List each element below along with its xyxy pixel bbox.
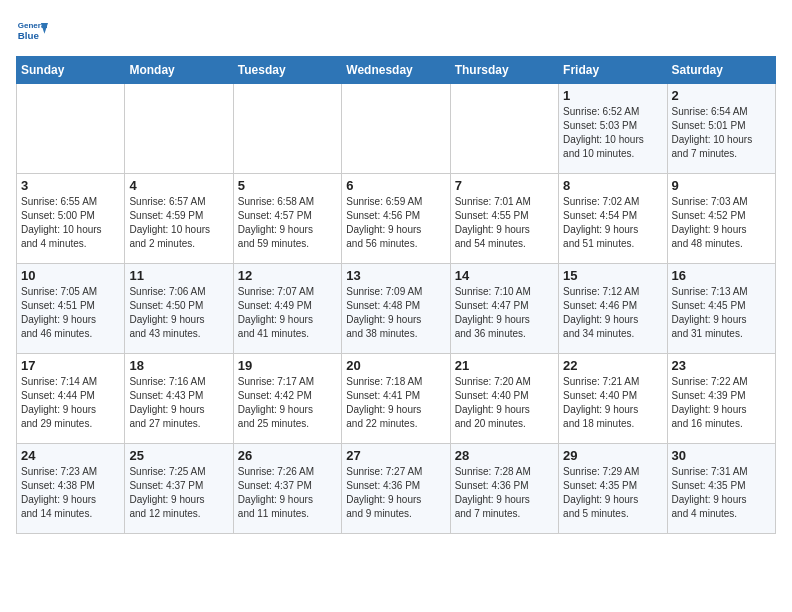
logo-icon: General Blue: [16, 16, 48, 48]
calendar-week: 1Sunrise: 6:52 AM Sunset: 5:03 PM Daylig…: [17, 84, 776, 174]
day-info: Sunrise: 6:59 AM Sunset: 4:56 PM Dayligh…: [346, 195, 445, 251]
day-info: Sunrise: 7:17 AM Sunset: 4:42 PM Dayligh…: [238, 375, 337, 431]
calendar-cell: [125, 84, 233, 174]
day-info: Sunrise: 7:09 AM Sunset: 4:48 PM Dayligh…: [346, 285, 445, 341]
calendar-cell: 21Sunrise: 7:20 AM Sunset: 4:40 PM Dayli…: [450, 354, 558, 444]
svg-text:Blue: Blue: [18, 30, 40, 41]
calendar-cell: 17Sunrise: 7:14 AM Sunset: 4:44 PM Dayli…: [17, 354, 125, 444]
day-number: 6: [346, 178, 445, 193]
calendar-cell: 11Sunrise: 7:06 AM Sunset: 4:50 PM Dayli…: [125, 264, 233, 354]
day-info: Sunrise: 7:27 AM Sunset: 4:36 PM Dayligh…: [346, 465, 445, 521]
day-info: Sunrise: 7:03 AM Sunset: 4:52 PM Dayligh…: [672, 195, 771, 251]
calendar-cell: 24Sunrise: 7:23 AM Sunset: 4:38 PM Dayli…: [17, 444, 125, 534]
day-number: 5: [238, 178, 337, 193]
day-number: 20: [346, 358, 445, 373]
calendar-cell: 20Sunrise: 7:18 AM Sunset: 4:41 PM Dayli…: [342, 354, 450, 444]
day-info: Sunrise: 6:57 AM Sunset: 4:59 PM Dayligh…: [129, 195, 228, 251]
calendar-cell: 23Sunrise: 7:22 AM Sunset: 4:39 PM Dayli…: [667, 354, 775, 444]
calendar-week: 10Sunrise: 7:05 AM Sunset: 4:51 PM Dayli…: [17, 264, 776, 354]
calendar-cell: [233, 84, 341, 174]
day-number: 7: [455, 178, 554, 193]
day-number: 11: [129, 268, 228, 283]
day-number: 8: [563, 178, 662, 193]
calendar-cell: 15Sunrise: 7:12 AM Sunset: 4:46 PM Dayli…: [559, 264, 667, 354]
day-info: Sunrise: 7:13 AM Sunset: 4:45 PM Dayligh…: [672, 285, 771, 341]
day-number: 12: [238, 268, 337, 283]
calendar-cell: 8Sunrise: 7:02 AM Sunset: 4:54 PM Daylig…: [559, 174, 667, 264]
day-number: 23: [672, 358, 771, 373]
calendar-cell: 1Sunrise: 6:52 AM Sunset: 5:03 PM Daylig…: [559, 84, 667, 174]
day-number: 10: [21, 268, 120, 283]
day-info: Sunrise: 7:28 AM Sunset: 4:36 PM Dayligh…: [455, 465, 554, 521]
day-info: Sunrise: 6:55 AM Sunset: 5:00 PM Dayligh…: [21, 195, 120, 251]
calendar-cell: [342, 84, 450, 174]
calendar-cell: 25Sunrise: 7:25 AM Sunset: 4:37 PM Dayli…: [125, 444, 233, 534]
day-info: Sunrise: 7:01 AM Sunset: 4:55 PM Dayligh…: [455, 195, 554, 251]
day-info: Sunrise: 6:54 AM Sunset: 5:01 PM Dayligh…: [672, 105, 771, 161]
weekday-header: Saturday: [667, 57, 775, 84]
day-number: 16: [672, 268, 771, 283]
calendar-cell: [17, 84, 125, 174]
day-number: 19: [238, 358, 337, 373]
weekday-header: Wednesday: [342, 57, 450, 84]
calendar-cell: 14Sunrise: 7:10 AM Sunset: 4:47 PM Dayli…: [450, 264, 558, 354]
day-info: Sunrise: 7:16 AM Sunset: 4:43 PM Dayligh…: [129, 375, 228, 431]
calendar-cell: 16Sunrise: 7:13 AM Sunset: 4:45 PM Dayli…: [667, 264, 775, 354]
calendar-cell: 2Sunrise: 6:54 AM Sunset: 5:01 PM Daylig…: [667, 84, 775, 174]
day-info: Sunrise: 6:52 AM Sunset: 5:03 PM Dayligh…: [563, 105, 662, 161]
calendar-cell: 13Sunrise: 7:09 AM Sunset: 4:48 PM Dayli…: [342, 264, 450, 354]
calendar-cell: 5Sunrise: 6:58 AM Sunset: 4:57 PM Daylig…: [233, 174, 341, 264]
day-info: Sunrise: 7:10 AM Sunset: 4:47 PM Dayligh…: [455, 285, 554, 341]
day-info: Sunrise: 6:58 AM Sunset: 4:57 PM Dayligh…: [238, 195, 337, 251]
day-number: 2: [672, 88, 771, 103]
day-info: Sunrise: 7:31 AM Sunset: 4:35 PM Dayligh…: [672, 465, 771, 521]
day-number: 18: [129, 358, 228, 373]
calendar-header: SundayMondayTuesdayWednesdayThursdayFrid…: [17, 57, 776, 84]
day-info: Sunrise: 7:21 AM Sunset: 4:40 PM Dayligh…: [563, 375, 662, 431]
day-number: 1: [563, 88, 662, 103]
day-number: 28: [455, 448, 554, 463]
weekday-header: Sunday: [17, 57, 125, 84]
calendar-body: 1Sunrise: 6:52 AM Sunset: 5:03 PM Daylig…: [17, 84, 776, 534]
calendar-cell: 9Sunrise: 7:03 AM Sunset: 4:52 PM Daylig…: [667, 174, 775, 264]
calendar-cell: 7Sunrise: 7:01 AM Sunset: 4:55 PM Daylig…: [450, 174, 558, 264]
day-number: 13: [346, 268, 445, 283]
day-number: 15: [563, 268, 662, 283]
calendar-cell: 30Sunrise: 7:31 AM Sunset: 4:35 PM Dayli…: [667, 444, 775, 534]
day-number: 3: [21, 178, 120, 193]
page-header: General Blue: [16, 16, 776, 48]
day-number: 29: [563, 448, 662, 463]
day-info: Sunrise: 7:02 AM Sunset: 4:54 PM Dayligh…: [563, 195, 662, 251]
logo: General Blue: [16, 16, 48, 48]
day-number: 4: [129, 178, 228, 193]
day-info: Sunrise: 7:18 AM Sunset: 4:41 PM Dayligh…: [346, 375, 445, 431]
day-number: 9: [672, 178, 771, 193]
day-number: 14: [455, 268, 554, 283]
day-number: 21: [455, 358, 554, 373]
calendar-cell: 19Sunrise: 7:17 AM Sunset: 4:42 PM Dayli…: [233, 354, 341, 444]
weekday-header: Thursday: [450, 57, 558, 84]
weekday-header: Monday: [125, 57, 233, 84]
day-number: 25: [129, 448, 228, 463]
calendar-table: SundayMondayTuesdayWednesdayThursdayFrid…: [16, 56, 776, 534]
calendar-cell: 22Sunrise: 7:21 AM Sunset: 4:40 PM Dayli…: [559, 354, 667, 444]
calendar-cell: 3Sunrise: 6:55 AM Sunset: 5:00 PM Daylig…: [17, 174, 125, 264]
calendar-cell: 28Sunrise: 7:28 AM Sunset: 4:36 PM Dayli…: [450, 444, 558, 534]
calendar-cell: 4Sunrise: 6:57 AM Sunset: 4:59 PM Daylig…: [125, 174, 233, 264]
calendar-cell: 6Sunrise: 6:59 AM Sunset: 4:56 PM Daylig…: [342, 174, 450, 264]
day-info: Sunrise: 7:23 AM Sunset: 4:38 PM Dayligh…: [21, 465, 120, 521]
day-info: Sunrise: 7:06 AM Sunset: 4:50 PM Dayligh…: [129, 285, 228, 341]
day-info: Sunrise: 7:07 AM Sunset: 4:49 PM Dayligh…: [238, 285, 337, 341]
day-info: Sunrise: 7:14 AM Sunset: 4:44 PM Dayligh…: [21, 375, 120, 431]
day-number: 30: [672, 448, 771, 463]
day-number: 26: [238, 448, 337, 463]
calendar-cell: [450, 84, 558, 174]
day-number: 17: [21, 358, 120, 373]
day-number: 27: [346, 448, 445, 463]
calendar-cell: 27Sunrise: 7:27 AM Sunset: 4:36 PM Dayli…: [342, 444, 450, 534]
calendar-week: 24Sunrise: 7:23 AM Sunset: 4:38 PM Dayli…: [17, 444, 776, 534]
day-info: Sunrise: 7:25 AM Sunset: 4:37 PM Dayligh…: [129, 465, 228, 521]
weekday-header: Friday: [559, 57, 667, 84]
calendar-cell: 26Sunrise: 7:26 AM Sunset: 4:37 PM Dayli…: [233, 444, 341, 534]
calendar-week: 3Sunrise: 6:55 AM Sunset: 5:00 PM Daylig…: [17, 174, 776, 264]
